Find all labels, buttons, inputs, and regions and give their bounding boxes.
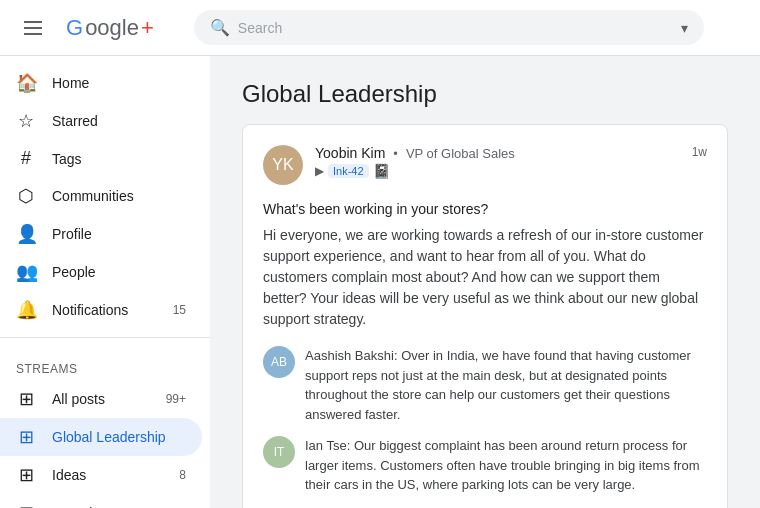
notebook-icon: 📓 [373,163,390,179]
star-icon: ☆ [16,110,36,132]
sidebar-item-profile[interactable]: 👤 Profile [0,215,202,253]
search-icon: 🔍 [210,18,230,37]
comment-1-text: Aashish Bakshi: Over in India, we have f… [305,346,707,424]
post-author-role: VP of Global Sales [406,146,515,161]
sidebar-item-ideas[interactable]: ⊞ Ideas 8 [0,456,202,494]
sidebar-item-questions[interactable]: ⊞ Questions 10 [0,494,202,508]
global-leadership-icon: ⊞ [16,426,36,448]
tag-icon: # [16,148,36,169]
sidebar-item-global-leadership[interactable]: ⊞ Global Leadership [0,418,202,456]
sidebar-item-starred[interactable]: ☆ Starred [0,102,202,140]
main-content: Global Leadership YK Yoobin Kim • VP of … [210,56,760,508]
page-title: Global Leadership [242,80,728,108]
post-time: 1w [692,145,707,159]
ideas-badge: 8 [179,468,186,482]
sidebar-item-notifications[interactable]: 🔔 Notifications 15 [0,291,202,329]
home-icon: 🏠 [16,72,36,94]
layout: 🏠 Home ☆ Starred # Tags ⬡ Communities 👤 … [0,56,760,508]
post-card: YK Yoobin Kim • VP of Global Sales ▶ Ink… [242,124,728,508]
sidebar-item-tags[interactable]: # Tags [0,140,202,177]
sidebar-item-all-posts[interactable]: ⊞ All posts 99+ [0,380,202,418]
all-posts-icon: ⊞ [16,388,36,410]
streams-section-label: Streams [0,346,210,380]
author-avatar: YK [263,145,303,185]
comment-1-avatar: AB [263,346,295,378]
comment-1: AB Aashish Bakshi: Over in India, we hav… [263,346,707,424]
ideas-icon: ⊞ [16,464,36,486]
notifications-badge: 15 [173,303,186,317]
notifications-icon: 🔔 [16,299,36,321]
post-question: What's been working in your stores? [263,201,707,217]
logo: Google+ [66,15,154,41]
sidebar: 🏠 Home ☆ Starred # Tags ⬡ Communities 👤 … [0,56,210,508]
comment-2-text: Ian Tse: Our biggest complaint has been … [305,436,707,495]
comment-2: IT Ian Tse: Our biggest complaint has be… [263,436,707,495]
sidebar-item-people[interactable]: 👥 People [0,253,202,291]
sidebar-divider [0,337,210,338]
comment-2-avatar: IT [263,436,295,468]
communities-icon: ⬡ [16,185,36,207]
post-sub: ▶ Ink-42 📓 [315,163,680,179]
search-input[interactable] [238,20,681,36]
all-posts-badge: 99+ [166,392,186,406]
sidebar-item-home[interactable]: 🏠 Home [0,64,202,102]
post-author-name: Yoobin Kim [315,145,385,161]
post-header: YK Yoobin Kim • VP of Global Sales ▶ Ink… [263,145,707,185]
post-meta: Yoobin Kim • VP of Global Sales ▶ Ink-42… [315,145,680,179]
sidebar-item-communities[interactable]: ⬡ Communities [0,177,202,215]
menu-button[interactable] [16,13,50,43]
questions-icon: ⊞ [16,502,36,508]
people-icon: 👥 [16,261,36,283]
search-bar: 🔍 ▾ [194,10,704,45]
ink-badge: Ink-42 [328,164,369,178]
profile-icon: 👤 [16,223,36,245]
search-dropdown-icon[interactable]: ▾ [681,20,688,36]
topbar: Google+ 🔍 ▾ [0,0,760,56]
post-body: Hi everyone, we are working towards a re… [263,225,707,330]
